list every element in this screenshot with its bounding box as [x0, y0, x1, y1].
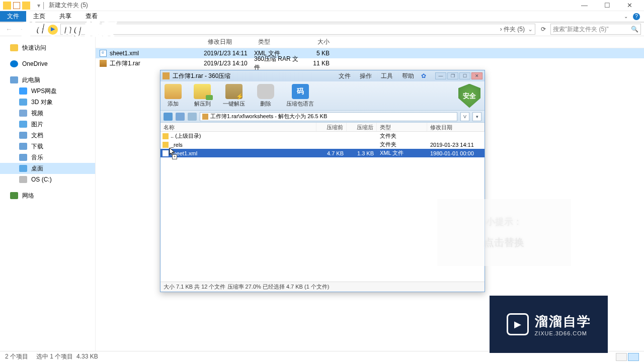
file-row[interactable]: 工作簿1.rar 2019/1/23 14:10 360压缩 RAR 文件 11… — [96, 58, 644, 68]
up-button[interactable]: ↑ — [45, 25, 57, 33]
status-selected: 选中 1 个项目 4.33 KB — [36, 352, 98, 361]
sidebar-pictures[interactable]: 图片 — [0, 119, 95, 130]
ribbon-collapse-icon[interactable]: ⌄ — [624, 14, 628, 19]
star-icon[interactable]: ✿ — [421, 72, 428, 79]
archive-maximize-button[interactable]: ☐ — [459, 72, 470, 79]
trash-icon — [257, 84, 274, 99]
close-button[interactable]: ✕ — [618, 1, 641, 11]
sidebar-wps[interactable]: WPS网盘 — [0, 85, 95, 97]
archive-toolbar: 添加 解压到 一键解压 删除 压缩包语言 安全 — [160, 81, 485, 111]
tip-overlay: 小提示： 点击替换 — [437, 199, 571, 266]
view-tiles-icon[interactable] — [176, 113, 185, 121]
archive-close-button[interactable]: ✕ — [471, 72, 482, 79]
music-icon — [19, 154, 27, 161]
archive-titlebar[interactable]: 工作簿1.rar - 360压缩 文件 操作 工具 帮助 ✿ — ❐ ☐ ✕ — [160, 70, 485, 81]
archive-title: 工作簿1.rar - 360压缩 — [173, 72, 230, 80]
tab-share[interactable]: 共享 — [52, 11, 78, 22]
status-item-count: 2 个项目 — [5, 352, 28, 361]
extract-to-button[interactable]: 解压到 — [194, 84, 211, 108]
archive-row-file[interactable]: sheet1.xml 4.7 KB 1.3 KB XML 文件 1980-01-… — [160, 149, 485, 157]
menu-tool[interactable]: 工具 — [381, 72, 393, 80]
arc-col-post[interactable]: 压缩后 — [347, 123, 377, 131]
menu-file[interactable]: 文件 — [339, 72, 351, 80]
sidebar-desktop[interactable]: 桌面 — [0, 163, 95, 174]
window-title: 新建文件夹 (5) — [49, 1, 88, 10]
col-name[interactable]: 名称 — [96, 38, 204, 46]
col-type[interactable]: 类型 — [254, 38, 304, 46]
folder-icon — [22, 2, 30, 10]
minimize-button[interactable]: — — [573, 1, 596, 11]
arc-col-date[interactable]: 修改日期 — [427, 123, 485, 131]
archive-row-folder[interactable]: _rels 文件夹2019-01-23 14:11 — [160, 140, 485, 149]
column-headers[interactable]: 名称 修改日期 类型 大小 — [96, 36, 644, 48]
address-bar[interactable]: › 件夹 (5) ⌄ — [60, 24, 535, 35]
forward-button[interactable]: → — [17, 25, 29, 33]
ribbon-tabs: 文件 主页 共享 查看 ⌄ ? — [0, 11, 644, 22]
archive-row-parent[interactable]: .. (上级目录) 文件夹 — [160, 132, 485, 140]
back-button[interactable]: ← — [3, 25, 15, 33]
address-dropdown-icon[interactable]: ⌄ — [528, 26, 533, 33]
wps-icon — [19, 87, 27, 95]
menu-help[interactable]: 帮助 — [402, 72, 414, 80]
up-icon[interactable] — [164, 113, 173, 121]
tab-file[interactable]: 文件 — [0, 11, 26, 22]
tab-home[interactable]: 主页 — [26, 11, 52, 22]
dropdown-arrow-button[interactable]: ▾ — [472, 112, 481, 121]
breadcrumb-tail[interactable]: 件夹 (5) — [504, 26, 525, 33]
search-icon[interactable]: 🔍 — [631, 26, 638, 33]
col-size[interactable]: 大小 — [304, 38, 335, 46]
view-icons-button[interactable] — [628, 353, 639, 361]
folder-icon — [163, 142, 169, 148]
app-icon — [13, 2, 20, 9]
code-icon — [292, 84, 309, 99]
arc-col-pre[interactable]: 压缩前 — [316, 123, 347, 131]
arc-col-type[interactable]: 类型 — [377, 123, 427, 131]
sidebar-downloads[interactable]: 下载 — [0, 141, 95, 152]
sidebar: 快速访问 OneDrive 此电脑 WPS网盘 3D 对象 视频 图片 文档 下… — [0, 36, 96, 351]
archive-file-list: .. (上级目录) 文件夹 _rels 文件夹2019-01-23 14:11 … — [160, 132, 485, 282]
menu-operation[interactable]: 操作 — [360, 72, 372, 80]
sidebar-this-pc[interactable]: 此电脑 — [0, 74, 95, 85]
watermark-bottom-logo: 溜溜自学 ZIXUE.3D66.COM — [490, 296, 608, 353]
add-button[interactable]: 添加 — [165, 84, 182, 108]
language-button[interactable]: 压缩包语言 — [286, 84, 314, 108]
tip-line1: 小提示： — [486, 216, 522, 228]
oneclick-extract-button[interactable]: 一键解压 — [223, 84, 245, 108]
file-icon — [163, 150, 169, 156]
sidebar-video[interactable]: 视频 — [0, 108, 95, 119]
refresh-button[interactable]: ⟳ — [538, 26, 548, 33]
pc-icon — [10, 76, 18, 83]
video-icon — [19, 110, 27, 117]
sidebar-documents[interactable]: 文档 — [0, 130, 95, 141]
delete-button[interactable]: 删除 — [257, 84, 274, 108]
archive-restore-button[interactable]: ❐ — [447, 72, 458, 79]
archive-minimize-button[interactable]: — — [435, 72, 446, 79]
view-list-icon[interactable] — [188, 113, 197, 121]
extract-icon — [194, 84, 211, 99]
rar-file-icon — [100, 60, 107, 67]
archive-column-headers[interactable]: 名称 压缩前 压缩后 类型 修改日期 — [160, 123, 485, 132]
arc-col-name[interactable]: 名称 — [160, 123, 316, 131]
col-date[interactable]: 修改日期 — [204, 38, 254, 46]
play-icon — [507, 313, 529, 335]
archive-statusbar: 大小 7.1 KB 共 12 个文件 压缩率 27.0% 已经选择 4.7 KB… — [160, 282, 485, 292]
maximize-button[interactable]: ☐ — [596, 1, 618, 11]
sidebar-onedrive[interactable]: OneDrive — [0, 58, 95, 69]
archive-path[interactable]: 工作簿1.rar\xl\worksheets - 解包大小为 26.5 KB — [200, 112, 457, 121]
file-row[interactable]: sheet1.xml 2019/1/23 14:11 XML 文件 5 KB — [96, 48, 644, 58]
sidebar-3d[interactable]: 3D 对象 — [0, 97, 95, 108]
search-input[interactable]: 搜索"新建文件夹 (5)" 🔍 — [550, 24, 641, 35]
sidebar-quick-access[interactable]: 快速访问 — [0, 42, 95, 53]
history-dropdown[interactable]: ⌄ — [31, 27, 43, 32]
tab-view[interactable]: 查看 — [78, 11, 105, 22]
drive-icon — [19, 176, 27, 183]
view-details-button[interactable] — [616, 353, 627, 361]
sidebar-music[interactable]: 音乐 — [0, 152, 95, 163]
security-shield[interactable]: 安全 — [458, 84, 480, 108]
tip-line2: 点击替换 — [484, 236, 524, 249]
sidebar-drive-c[interactable]: OS (C:) — [0, 174, 95, 185]
sidebar-network[interactable]: 网络 — [0, 190, 95, 201]
help-icon[interactable]: ? — [633, 13, 640, 20]
dropdown-v-button[interactable]: V — [460, 112, 469, 121]
network-icon — [10, 192, 18, 199]
